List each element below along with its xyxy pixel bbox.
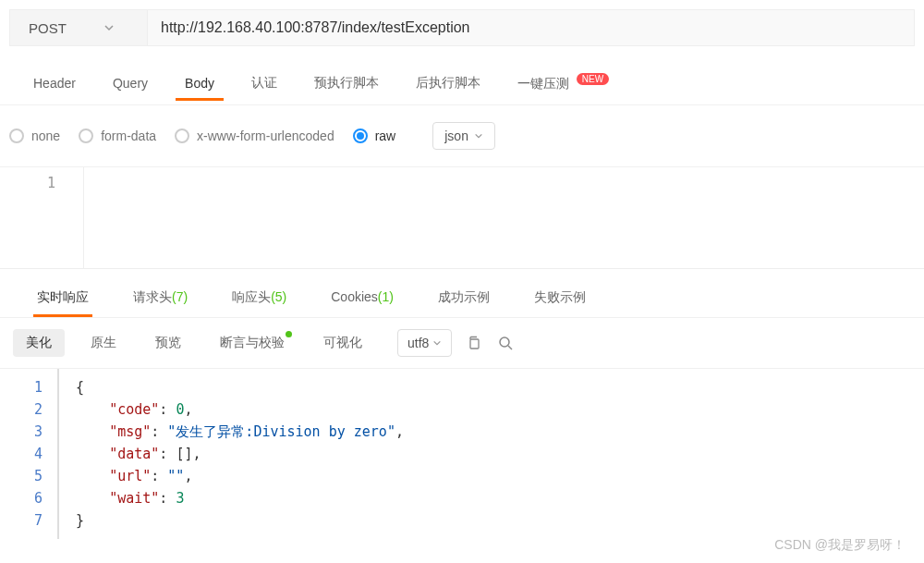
tab-pressure-label: 一键压测 bbox=[517, 76, 569, 91]
radio-label: x-www-form-urlencoded bbox=[197, 129, 334, 143]
url-text: http://192.168.40.100:8787/index/testExc… bbox=[161, 19, 469, 36]
chevron-down-icon bbox=[103, 22, 115, 33]
response-toolbar: 美化 原生 预览 断言与校验 可视化 utf8 bbox=[0, 317, 924, 369]
json-value: 3 bbox=[176, 490, 184, 507]
line-number: 3 bbox=[0, 421, 43, 443]
body-type-row: none form-data x-www-form-urlencoded raw… bbox=[0, 104, 924, 167]
line-number: 1 bbox=[0, 376, 43, 398]
dot-indicator bbox=[286, 331, 292, 337]
rtab-realtime[interactable]: 实时响应 bbox=[15, 278, 111, 317]
request-body-editor[interactable]: 1 bbox=[0, 167, 924, 269]
json-key: "code" bbox=[109, 401, 159, 418]
json-key: "wait" bbox=[109, 490, 159, 507]
radio-icon-checked bbox=[353, 129, 368, 143]
json-value: "发生了异常:Division by zero" bbox=[167, 423, 395, 440]
btn-visual[interactable]: 可视化 bbox=[310, 329, 375, 357]
radio-label: form-data bbox=[101, 129, 156, 143]
rtab-resp-headers[interactable]: 响应头(5) bbox=[210, 278, 309, 317]
svg-line-2 bbox=[508, 346, 512, 349]
response-code[interactable]: { "code": 0, "msg": "发生了异常:Division by z… bbox=[57, 369, 924, 539]
radio-label: raw bbox=[375, 129, 396, 143]
watermark: CSDN @我是罗易呀！ bbox=[774, 537, 906, 539]
rtab-label: 响应头 bbox=[232, 289, 271, 304]
tab-body[interactable]: Body bbox=[166, 67, 233, 100]
copy-icon[interactable] bbox=[465, 334, 483, 352]
chevron-down-icon bbox=[474, 131, 483, 141]
rtab-label: Cookies bbox=[331, 289, 378, 304]
chevron-down-icon bbox=[432, 338, 442, 348]
json-key: "msg" bbox=[109, 423, 151, 440]
json-value: "" bbox=[167, 468, 184, 484]
tab-post-script[interactable]: 后执行脚本 bbox=[397, 66, 499, 101]
encoding-select[interactable]: utf8 bbox=[397, 329, 452, 357]
line-number: 1 bbox=[0, 175, 55, 191]
tab-auth[interactable]: 认证 bbox=[233, 66, 296, 101]
rtab-count: (1) bbox=[378, 289, 394, 304]
radio-none[interactable]: none bbox=[9, 129, 60, 143]
tab-header[interactable]: Header bbox=[15, 67, 94, 100]
radio-urlencoded[interactable]: x-www-form-urlencoded bbox=[175, 129, 334, 143]
radio-icon bbox=[9, 129, 24, 143]
editor-content[interactable] bbox=[83, 167, 924, 268]
tab-query[interactable]: Query bbox=[94, 67, 166, 100]
search-icon[interactable] bbox=[496, 334, 515, 352]
tab-pressure[interactable]: 一键压测 NEW bbox=[499, 65, 627, 102]
line-number: 7 bbox=[0, 509, 43, 532]
radio-raw[interactable]: raw bbox=[353, 129, 396, 143]
rtab-req-headers[interactable]: 请求头(7) bbox=[111, 278, 210, 317]
method-select[interactable]: POST bbox=[9, 9, 148, 46]
tab-pre-script[interactable]: 预执行脚本 bbox=[296, 66, 397, 101]
btn-raw[interactable]: 原生 bbox=[78, 329, 129, 357]
btn-assert[interactable]: 断言与校验 bbox=[207, 329, 298, 357]
svg-rect-0 bbox=[470, 339, 479, 349]
rtab-success-example[interactable]: 成功示例 bbox=[416, 278, 512, 317]
svg-point-1 bbox=[500, 337, 509, 347]
response-gutter: 1 2 3 4 5 6 7 bbox=[0, 369, 57, 539]
radio-label: none bbox=[31, 129, 60, 143]
line-number: 5 bbox=[0, 465, 43, 487]
radio-icon bbox=[175, 129, 189, 143]
rtab-label: 请求头 bbox=[133, 289, 172, 304]
request-tabs: Header Query Body 认证 预执行脚本 后执行脚本 一键压测 NE… bbox=[0, 65, 924, 103]
body-format-select[interactable]: json bbox=[432, 122, 495, 150]
line-number: 4 bbox=[0, 443, 43, 465]
radio-form-data[interactable]: form-data bbox=[79, 129, 156, 143]
format-label: json bbox=[444, 129, 468, 143]
rtab-count: (7) bbox=[172, 289, 188, 304]
json-brace: { bbox=[76, 379, 84, 396]
encoding-label: utf8 bbox=[407, 336, 429, 350]
new-badge: NEW bbox=[577, 73, 609, 85]
rtab-cookies[interactable]: Cookies(1) bbox=[309, 278, 416, 317]
json-key: "url" bbox=[109, 468, 151, 484]
radio-icon bbox=[79, 129, 93, 143]
rtab-fail-example[interactable]: 失败示例 bbox=[512, 278, 608, 317]
json-key: "data" bbox=[109, 446, 159, 462]
line-number: 6 bbox=[0, 487, 43, 509]
line-number: 2 bbox=[0, 398, 43, 421]
response-tabs: 实时响应 请求头(7) 响应头(5) Cookies(1) 成功示例 失败示例 bbox=[0, 278, 924, 317]
btn-beautify[interactable]: 美化 bbox=[13, 329, 65, 357]
rtab-count: (5) bbox=[271, 289, 286, 304]
btn-label: 断言与校验 bbox=[220, 335, 285, 349]
response-body: 1 2 3 4 5 6 7 { "code": 0, "msg": "发生了异常… bbox=[0, 369, 924, 539]
editor-gutter: 1 bbox=[0, 167, 83, 268]
btn-preview[interactable]: 预览 bbox=[142, 329, 194, 357]
url-input[interactable]: http://192.168.40.100:8787/index/testExc… bbox=[148, 9, 915, 46]
json-brace: } bbox=[76, 512, 84, 529]
json-value: [] bbox=[176, 446, 192, 462]
method-label: POST bbox=[29, 20, 67, 36]
